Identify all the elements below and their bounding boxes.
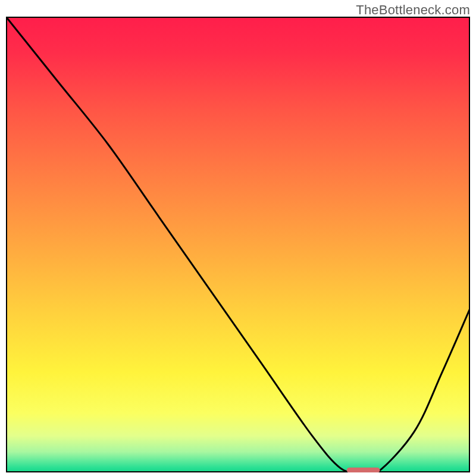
watermark-label: TheBottleneck.com <box>356 2 470 18</box>
gradient-background <box>6 17 470 472</box>
bottleneck-chart <box>6 17 470 472</box>
chart-canvas <box>6 17 470 472</box>
